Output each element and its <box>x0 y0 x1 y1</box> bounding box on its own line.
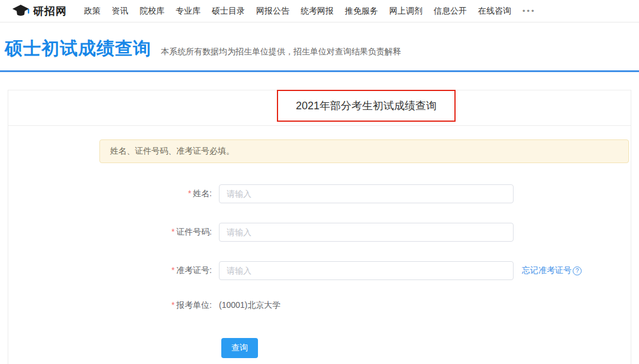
nav-item-major-library[interactable]: 专业库 <box>176 6 201 17</box>
nav-item-online-consult[interactable]: 在线咨询 <box>478 6 511 17</box>
alert-text: 姓名、证件号码、准考证号必填。 <box>110 146 234 157</box>
site-logo[interactable]: 研招网 <box>12 4 67 18</box>
name-input[interactable] <box>219 184 514 203</box>
apply-unit-label: *报考单位: <box>8 300 219 311</box>
page-title: 硕士初试成绩查询 <box>5 37 151 61</box>
apply-unit-row: *报考单位: (10001)北京大学 <box>8 300 631 311</box>
query-form: *姓名: *证件号码: *准考证号: 忘记准考证号? *报考单位: (10001… <box>8 184 631 358</box>
nav-menu: 政策 资讯 院校库 专业库 硕士目录 网报公告 统考网报 推免服务 网上调剂 信… <box>84 6 536 17</box>
id-number-row: *证件号码: <box>8 223 631 242</box>
id-number-input[interactable] <box>219 223 514 242</box>
red-annotation-box: 2021年部分考生初试成绩查询 <box>277 90 456 122</box>
nav-item-college-library[interactable]: 院校库 <box>140 6 164 17</box>
required-fields-alert: 姓名、证件号码、准考证号必填。 <box>99 139 629 163</box>
blue-divider <box>0 70 639 72</box>
page-header: 硕士初试成绩查询 本系统所有数据均为招生单位提供，招生单位对查询结果负责解释 <box>0 22 639 70</box>
required-asterisk: * <box>172 265 175 275</box>
nav-item-exempt-service[interactable]: 推免服务 <box>345 6 378 17</box>
id-number-label: *证件号码: <box>8 227 219 238</box>
page-subtitle: 本系统所有数据均为招生单位提供，招生单位对查询结果负责解释 <box>161 47 401 57</box>
nav-item-master-catalog[interactable]: 硕士目录 <box>212 6 245 17</box>
nav-item-policy[interactable]: 政策 <box>84 6 101 17</box>
apply-unit-value: (10001)北京大学 <box>219 300 280 311</box>
help-question-icon[interactable]: ? <box>573 266 582 275</box>
required-asterisk: * <box>188 188 191 198</box>
nav-more-dots-icon[interactable]: ••• <box>522 6 536 15</box>
nav-item-online-report-notice[interactable]: 网报公告 <box>256 6 289 17</box>
name-label: *姓名: <box>8 188 219 199</box>
nav-item-news[interactable]: 资讯 <box>112 6 128 17</box>
card-header: 2021年部分考生初试成绩查询 <box>8 90 631 126</box>
name-row: *姓名: <box>8 184 631 203</box>
graduation-cap-icon <box>12 4 30 18</box>
required-asterisk: * <box>172 300 175 310</box>
forgot-ticket-link[interactable]: 忘记准考证号? <box>522 265 582 276</box>
card-title: 2021年部分考生初试成绩查询 <box>296 99 437 113</box>
query-card: 2021年部分考生初试成绩查询 姓名、证件号码、准考证号必填。 *姓名: *证件… <box>8 90 631 364</box>
admission-ticket-input[interactable] <box>219 261 514 280</box>
admission-ticket-label: *准考证号: <box>8 265 219 276</box>
nav-item-info-disclosure[interactable]: 信息公开 <box>434 6 467 17</box>
required-asterisk: * <box>172 227 175 236</box>
admission-ticket-row: *准考证号: 忘记准考证号? <box>8 261 631 280</box>
nav-item-unified-exam-report[interactable]: 统考网报 <box>301 6 334 17</box>
submit-row: 查询 <box>8 338 631 358</box>
nav-item-online-adjustment[interactable]: 网上调剂 <box>389 6 422 17</box>
query-button[interactable]: 查询 <box>221 338 258 358</box>
logo-text: 研招网 <box>33 4 67 18</box>
top-nav: 研招网 政策 资讯 院校库 专业库 硕士目录 网报公告 统考网报 推免服务 网上… <box>0 0 639 22</box>
